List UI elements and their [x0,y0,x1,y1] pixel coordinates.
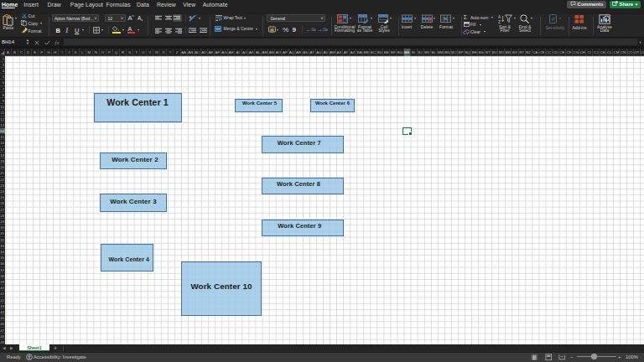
svg-text:a: a [190,14,192,19]
svg-text:Z: Z [498,19,501,23]
svg-text:A: A [498,14,501,18]
